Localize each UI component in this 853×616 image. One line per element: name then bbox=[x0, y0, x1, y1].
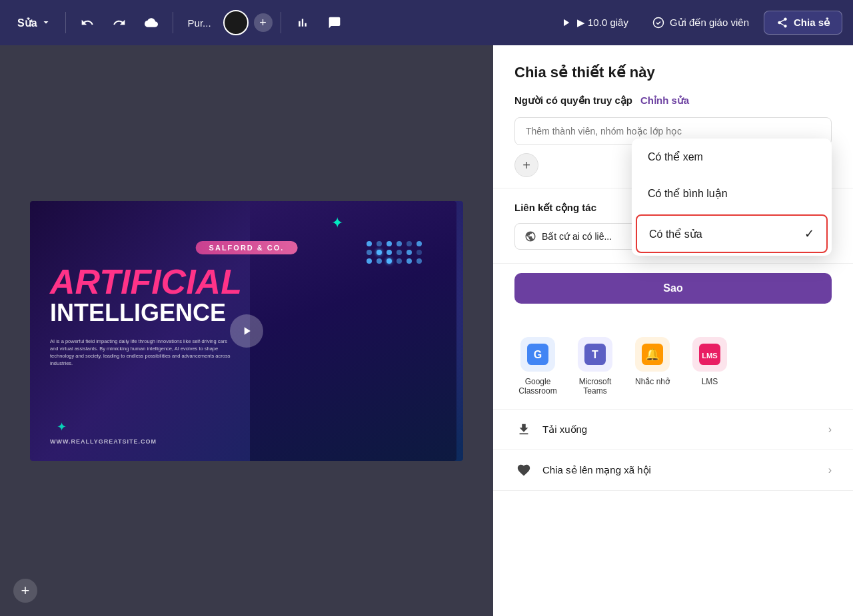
classroom-svg: G bbox=[527, 344, 548, 365]
toolbar: Sửa Pur... + ▶ 10.0 giây Gửi đến giáo vi… bbox=[0, 0, 853, 45]
globe-icon bbox=[524, 230, 536, 242]
canvas-area: ✦ ✦ SALFORD & CO. ARTIFICIAL INTELLIGENC… bbox=[0, 45, 493, 616]
slide-website: WWW.REALLYGREATSITE.COM bbox=[50, 438, 157, 445]
permission-dropdown-menu: Có thể xem Có thể bình luận Có thể sửa ✓ bbox=[632, 139, 832, 256]
can-edit-label: Có thể sửa bbox=[649, 228, 702, 240]
play-triangle-icon bbox=[240, 324, 253, 338]
chart-button[interactable] bbox=[289, 12, 316, 33]
download-icon bbox=[514, 420, 533, 439]
google-classroom-icon: G bbox=[520, 337, 555, 372]
share-button[interactable]: Chia sẻ bbox=[764, 11, 842, 35]
play-label: ▶ 10.0 giây bbox=[577, 17, 628, 29]
divider1 bbox=[65, 12, 66, 33]
divider2 bbox=[173, 12, 173, 33]
copy-link-button[interactable]: Sao bbox=[514, 273, 832, 304]
slide-title1: ARTIFICIAL bbox=[50, 264, 242, 299]
can-comment-option[interactable]: Có thể bình luận bbox=[632, 175, 832, 212]
send-teacher-label: Gửi đến giáo viên bbox=[670, 17, 749, 29]
panel-title: Chia sẻ thiết kế này bbox=[514, 64, 832, 81]
share-options-section: G GoogleClassroom T MicrosoftTeams bbox=[493, 314, 853, 410]
social-share-row-left: Chia sẻ lên mạng xã hội bbox=[514, 461, 651, 479]
svg-text:T: T bbox=[592, 349, 598, 360]
svg-text:🔔: 🔔 bbox=[645, 347, 660, 362]
reminder-label: Nhắc nhở bbox=[635, 377, 670, 386]
slide-title2: INTELLIGENCE bbox=[50, 301, 226, 325]
redo-icon bbox=[113, 16, 126, 29]
download-chevron-icon: › bbox=[828, 424, 832, 436]
cloud-icon bbox=[145, 16, 158, 29]
checkmark-icon: ✓ bbox=[804, 226, 814, 241]
chevron-down-icon bbox=[41, 18, 51, 27]
microsoft-teams-icon: T bbox=[578, 337, 612, 372]
main-area: ✦ ✦ SALFORD & CO. ARTIFICIAL INTELLIGENC… bbox=[0, 45, 853, 616]
avatar[interactable] bbox=[223, 10, 249, 35]
share-options-row: G GoogleClassroom T MicrosoftTeams bbox=[514, 337, 832, 396]
star-icon-2: ✦ bbox=[57, 420, 67, 434]
can-view-label: Có thể xem bbox=[648, 151, 703, 163]
link-anyone-label: Bất cứ ai có liê... bbox=[542, 231, 612, 242]
reminder-option[interactable]: 🔔 Nhắc nhở bbox=[629, 337, 676, 396]
svg-point-0 bbox=[653, 18, 663, 28]
add-slide-button[interactable]: + bbox=[13, 579, 37, 603]
reminder-svg: 🔔 bbox=[642, 344, 663, 365]
slide-canvas[interactable]: ✦ ✦ SALFORD & CO. ARTIFICIAL INTELLIGENC… bbox=[30, 201, 463, 461]
divider3 bbox=[281, 12, 281, 33]
slide-company: SALFORD & CO. bbox=[196, 241, 298, 254]
edit-menu-button[interactable]: Sửa bbox=[11, 13, 57, 33]
lms-icon: LMS bbox=[692, 337, 727, 372]
add-member-button[interactable]: + bbox=[514, 153, 538, 177]
send-teacher-button[interactable]: Gửi đến giáo viên bbox=[643, 13, 758, 33]
microsoft-teams-label: MicrosoftTeams bbox=[579, 377, 612, 396]
can-view-option[interactable]: Có thể xem bbox=[632, 139, 832, 175]
chart-icon bbox=[296, 16, 309, 29]
comment-button[interactable] bbox=[321, 12, 348, 33]
social-share-label: Chia sẻ lên mạng xã hội bbox=[542, 464, 651, 476]
cloud-button[interactable] bbox=[138, 12, 165, 33]
share-label: Chia sẻ bbox=[794, 17, 830, 29]
social-share-row[interactable]: Chia sẻ lên mạng xã hội › bbox=[493, 450, 853, 491]
slide-body: AI is a powerful field impacting daily l… bbox=[50, 338, 237, 368]
svg-text:G: G bbox=[534, 349, 542, 360]
star-icon-1: ✦ bbox=[331, 214, 343, 232]
undo-icon bbox=[81, 16, 94, 29]
robot-bg bbox=[250, 201, 456, 461]
lms-option[interactable]: LMS LMS bbox=[686, 337, 733, 396]
share-icon bbox=[776, 17, 788, 29]
social-share-chevron-icon: › bbox=[828, 464, 832, 476]
download-row[interactable]: Tải xuống › bbox=[493, 410, 853, 450]
svg-text:LMS: LMS bbox=[702, 352, 718, 360]
share-panel: Chia sẻ thiết kế này Người có quyền truy… bbox=[493, 45, 853, 616]
google-classroom-label: GoogleClassroom bbox=[518, 377, 556, 396]
play-button[interactable]: ▶ 10.0 giây bbox=[550, 13, 638, 33]
heart-icon bbox=[514, 461, 533, 479]
comment-icon bbox=[328, 16, 341, 29]
copy-link-area: Sao bbox=[493, 264, 853, 314]
lms-svg: LMS bbox=[699, 344, 720, 365]
edit-access-link[interactable]: Chỉnh sửa bbox=[640, 95, 689, 107]
reminder-icon: 🔔 bbox=[635, 337, 670, 372]
access-label: Người có quyền truy cập bbox=[514, 95, 632, 107]
redo-button[interactable] bbox=[106, 12, 133, 33]
slide-play-button[interactable] bbox=[230, 314, 263, 348]
edit-label: Sửa bbox=[17, 17, 37, 29]
download-row-left: Tải xuống bbox=[514, 420, 587, 439]
undo-button[interactable] bbox=[74, 12, 101, 33]
access-row: Người có quyền truy cập Chỉnh sửa bbox=[514, 95, 832, 107]
robot-led-display bbox=[367, 241, 423, 264]
project-title[interactable]: Pur... bbox=[181, 13, 218, 33]
google-classroom-option[interactable]: G GoogleClassroom bbox=[514, 337, 561, 396]
download-label: Tải xuống bbox=[542, 424, 587, 436]
lms-label: LMS bbox=[702, 377, 718, 386]
teams-svg: T bbox=[584, 344, 606, 365]
microsoft-teams-option[interactable]: T MicrosoftTeams bbox=[572, 337, 618, 396]
can-comment-label: Có thể bình luận bbox=[648, 187, 728, 200]
add-collaborator-button[interactable]: + bbox=[254, 13, 273, 32]
check-circle-icon bbox=[652, 17, 664, 29]
can-edit-option[interactable]: Có thể sửa ✓ bbox=[636, 214, 828, 253]
play-icon bbox=[560, 17, 572, 29]
